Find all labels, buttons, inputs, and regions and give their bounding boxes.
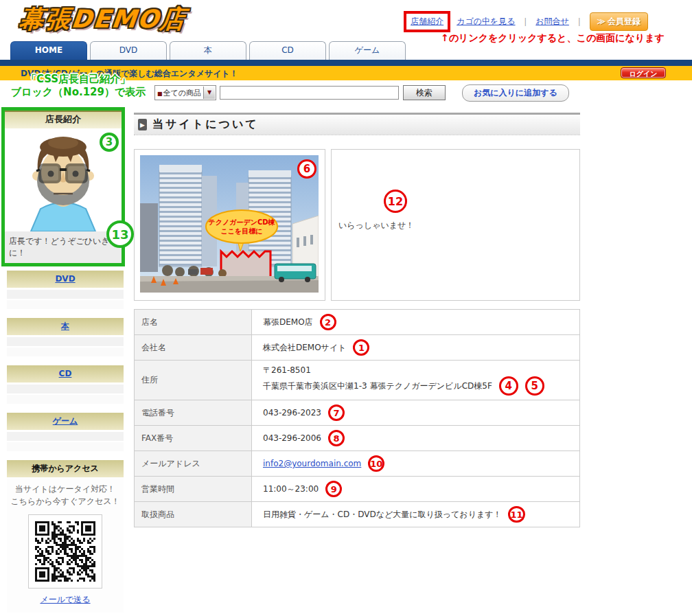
row-label: 会社名 <box>135 335 252 361</box>
main-content: ▶ 当サイトについて <box>134 107 580 613</box>
annotation-badge-2: 2 <box>320 314 336 330</box>
annotation-badge-11: 11 <box>508 506 524 523</box>
tab-book[interactable]: 本 <box>170 41 246 60</box>
sidebar-item-dvd[interactable]: DVD <box>7 271 124 288</box>
annotation-badge-5: 5 <box>525 376 544 396</box>
row-label: 営業時間 <box>135 477 252 502</box>
send-mail-link[interactable]: メールで送る <box>40 595 90 604</box>
sidebar-category-game-block: ゲーム <box>7 413 124 451</box>
row-value: 株式会社DEMOサイト <box>263 343 346 352</box>
mobile-access-title: 携帯からアクセス <box>7 460 124 477</box>
search-category-select[interactable]: ■全ての商品 ▼ <box>154 85 216 100</box>
row-label: 住所 <box>135 361 252 400</box>
welcome-box: 12 いらっしゃいませ！ <box>331 149 580 301</box>
annotation-badge-6: 6 <box>297 159 316 179</box>
category-sub-row <box>7 347 124 356</box>
qr-code-image <box>35 521 95 582</box>
category-sub-row <box>7 395 124 404</box>
row-label: FAX番号 <box>135 426 252 451</box>
separator: ｜ <box>575 16 584 27</box>
add-favorite-button[interactable]: お気に入りに追加する <box>462 84 569 102</box>
sidebar: 店長紹介 <box>7 107 124 613</box>
shop-photo-box: テクノガーデンCD棟 ここを目標に 6 <box>134 149 325 301</box>
table-row: 会社名 株式会社DEMOサイト1 <box>135 335 580 361</box>
site-logo[interactable]: 幕張DEMO店 <box>17 3 187 36</box>
row-value: 043-296-2023 <box>263 408 321 418</box>
mobile-access-text: 当サイトはケータイ対応！ こちらから今すぐアクセス！ <box>7 483 124 507</box>
table-row: メールアドレス info2@yourdomain.com10 <box>135 451 580 477</box>
avatar-illustration <box>12 132 115 231</box>
annotation-badge-4: 4 <box>499 376 518 396</box>
annotation-badge-9: 9 <box>325 481 342 497</box>
tab-cd[interactable]: CD <box>249 41 326 60</box>
heading-arrow-icon: ▶ <box>138 119 147 130</box>
register-button[interactable]: ≫ 会員登録 <box>590 12 648 31</box>
search-button[interactable]: 検索 <box>403 85 446 100</box>
category-sub-row <box>7 442 124 451</box>
shop-owner-title: 店長紹介 <box>5 111 122 128</box>
annotation-css-block: 「CSS店長自己紹介」 ブロック（No.129）で表示 <box>0 73 157 99</box>
welcome-text: いらっしゃいませ！ <box>338 220 414 231</box>
header: 幕張DEMO店 店舗紹介 カゴの中を見る ｜ お問合せ ｜ ≫ 会員登録 ↑のリ… <box>0 0 692 41</box>
sidebar-item-book[interactable]: 本 <box>7 318 124 335</box>
sidebar-category-cd-block: CD <box>7 365 124 404</box>
category-sub-row <box>7 432 124 441</box>
qr-code <box>28 514 102 589</box>
table-row: 取扱商品 日用雑貨・ゲーム・CD・DVDなど大量に取り扱っております！11 <box>135 502 580 527</box>
annotation-badge-13: 13 <box>106 220 134 248</box>
selected-category: ■全ての商品 <box>155 88 203 98</box>
header-nav: 店舗紹介 カゴの中を見る ｜ お問合せ ｜ ≫ 会員登録 <box>404 11 648 32</box>
row-value: 幕張DEMO店 <box>263 317 313 327</box>
mobile-access-body: 当サイトはケータイ対応！ こちらから今すぐアクセス！ <box>7 477 124 613</box>
shop-owner-message: 店長です！どうぞごひいき に！ <box>5 231 122 263</box>
shop-info-link[interactable]: 店舗紹介 <box>411 16 443 26</box>
table-row: 営業時間 11:00～23:009 <box>135 477 580 502</box>
row-value: 11:00～23:00 <box>263 484 319 494</box>
tab-game[interactable]: ゲーム <box>329 41 406 60</box>
table-row: 店名 幕張DEMO店2 <box>135 310 580 335</box>
page-title: 当サイトについて <box>152 117 259 132</box>
cart-link[interactable]: カゴの中を見る <box>457 16 515 27</box>
sidebar-item-cd[interactable]: CD <box>7 365 124 383</box>
annotation-green-line2: ブロック（No.129）で表示 <box>0 86 157 99</box>
search-input[interactable] <box>220 86 399 100</box>
row-label: 取扱商品 <box>135 502 252 527</box>
main-tab-bar: HOME DVD 本 CD ゲーム <box>0 41 692 60</box>
category-sub-row <box>7 290 124 299</box>
row-value: 〒261-8501 <box>263 365 311 375</box>
annotation-badge-7: 7 <box>328 404 345 421</box>
photo-bubble-line2: ここを目標に <box>221 227 263 235</box>
photo-bubble-line1: テクノガーデンCD棟 <box>208 218 275 226</box>
mobile-access-block: 携帯からアクセス 当サイトはケータイ対応！ こちらから今すぐアクセス！ <box>7 460 124 613</box>
category-sub-row <box>7 385 124 393</box>
sidebar-category-book-block: 本 <box>7 318 124 356</box>
category-sub-row <box>7 300 124 309</box>
shop-info-table: 店名 幕張DEMO店2 会社名 株式会社DEMOサイト1 住所 〒261-850… <box>134 309 580 527</box>
annotation-badge-8: 8 <box>328 430 345 446</box>
tab-home[interactable]: HOME <box>10 41 87 60</box>
chevron-down-icon[interactable]: ▼ <box>203 87 215 99</box>
email-link[interactable]: info2@yourdomain.com <box>263 459 361 468</box>
intro-row: テクノガーデンCD棟 ここを目標に 6 12 いらっしゃいませ！ <box>134 149 580 301</box>
table-row: 電話番号 043-296-20237 <box>135 400 580 426</box>
page-title-bar: ▶ 当サイトについて <box>134 113 580 135</box>
sidebar-category-dvd-block: DVD <box>7 271 124 309</box>
search-bar: ■全ての商品 ▼ 検索 お気に入りに追加する <box>154 84 692 102</box>
row-label: 店名 <box>135 310 252 335</box>
sidebar-item-game[interactable]: ゲーム <box>7 413 124 430</box>
annotation-badge-3: 3 <box>100 133 119 152</box>
chevrons-icon: ≫ <box>597 16 606 26</box>
login-button[interactable]: ログイン <box>621 67 666 78</box>
shop-photo: テクノガーデンCD棟 ここを目標に <box>140 155 319 293</box>
annotation-green-line1: 「CSS店長自己紹介」 <box>0 73 157 86</box>
shop-owner-block: 店長紹介 <box>1 107 125 266</box>
category-sub-row <box>7 337 124 346</box>
row-value: 日用雑貨・ゲーム・CD・DVDなど大量に取り扱っております！ <box>263 510 501 519</box>
table-row: FAX番号 043-296-20068 <box>135 426 580 451</box>
row-label: メールアドレス <box>135 451 252 477</box>
row-label: 電話番号 <box>135 400 252 426</box>
annotation-badge-10: 10 <box>368 455 384 472</box>
annotation-badge-1: 1 <box>353 339 369 356</box>
contact-link[interactable]: お問合せ <box>535 16 569 27</box>
tab-dvd[interactable]: DVD <box>90 41 167 60</box>
